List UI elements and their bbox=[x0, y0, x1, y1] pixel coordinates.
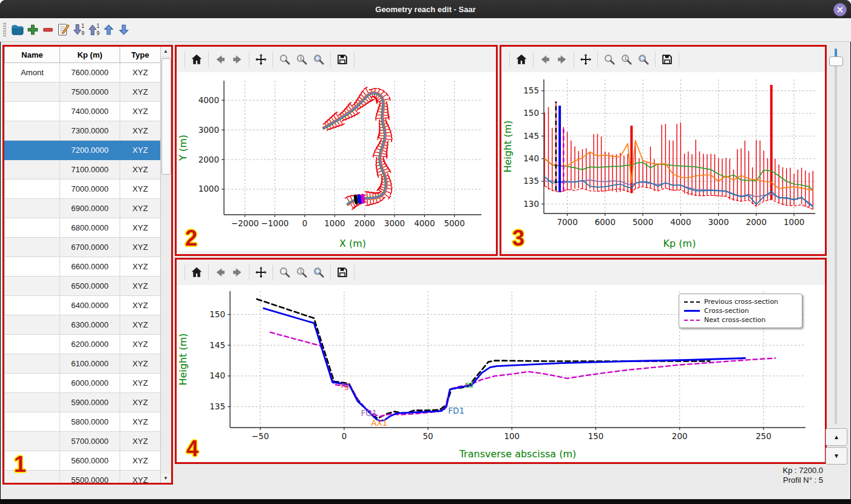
toolbar-grip[interactable] bbox=[3, 22, 6, 37]
table-row[interactable]: 5800.0000XYZ bbox=[5, 412, 161, 432]
cell-kp[interactable]: 5800.0000 bbox=[60, 412, 120, 432]
cell-kp[interactable]: 7400.0000 bbox=[60, 102, 120, 121]
toolbar-edit-row-button[interactable] bbox=[55, 21, 70, 38]
plot-save-button[interactable] bbox=[334, 263, 351, 281]
plot-zoom-rect-button[interactable] bbox=[310, 263, 327, 281]
toolbar-sort-descending-button[interactable]: 19 bbox=[70, 21, 86, 38]
cell-kp[interactable]: 5900.0000 bbox=[60, 393, 120, 412]
cell-kp[interactable]: 6100.0000 bbox=[60, 354, 120, 374]
table-row[interactable]: 5900.0000XYZ bbox=[5, 393, 161, 412]
table-row[interactable]: 6000.0000XYZ bbox=[5, 374, 161, 393]
toolbar-remove-row-button[interactable] bbox=[40, 21, 55, 38]
toolbar-sort-ascending-button[interactable]: 19 bbox=[86, 21, 101, 38]
cell-kp[interactable]: 6700.0000 bbox=[60, 238, 120, 257]
cell-type[interactable]: XYZ bbox=[120, 277, 161, 296]
cell-name[interactable] bbox=[5, 82, 60, 102]
cell-type[interactable]: XYZ bbox=[120, 471, 161, 483]
cell-name[interactable] bbox=[5, 141, 60, 160]
cell-type[interactable]: XYZ bbox=[120, 238, 161, 257]
cell-type[interactable]: XYZ bbox=[120, 63, 161, 82]
close-button[interactable] bbox=[833, 3, 847, 16]
table-row[interactable]: 5600.0000XYZ bbox=[5, 451, 161, 471]
plot-back-button[interactable] bbox=[537, 50, 554, 69]
table-scroll-up-button[interactable]: ▲ bbox=[161, 47, 171, 56]
cell-kp[interactable]: 6500.0000 bbox=[60, 277, 120, 296]
plot-home-button[interactable] bbox=[513, 50, 530, 69]
plot-home-button[interactable] bbox=[188, 50, 205, 69]
cell-kp[interactable]: 7500.0000 bbox=[60, 82, 120, 102]
cell-kp[interactable]: 6400.0000 bbox=[60, 296, 120, 315]
table-row[interactable]: 6300.0000XYZ bbox=[5, 315, 161, 335]
cell-name[interactable] bbox=[5, 451, 60, 471]
cell-kp[interactable]: 5600.0000 bbox=[60, 451, 120, 471]
table-row[interactable]: 6200.0000XYZ bbox=[5, 335, 161, 354]
table-row[interactable]: 5700.0000XYZ bbox=[5, 432, 161, 451]
plot-pan-button[interactable] bbox=[577, 50, 594, 69]
cell-type[interactable]: XYZ bbox=[120, 393, 161, 412]
cell-kp[interactable]: 5500.0000 bbox=[60, 471, 120, 483]
cell-type[interactable]: XYZ bbox=[120, 160, 161, 180]
column-header-type[interactable]: Type bbox=[120, 47, 161, 63]
cell-name[interactable] bbox=[5, 471, 60, 483]
table-row[interactable]: 6100.0000XYZ bbox=[5, 354, 161, 374]
cell-name[interactable] bbox=[5, 432, 60, 451]
column-header-name[interactable]: Name bbox=[5, 47, 60, 63]
cell-name[interactable] bbox=[5, 412, 60, 432]
cell-kp[interactable]: 7000.0000 bbox=[60, 180, 120, 199]
plot-zoom-rect-button[interactable] bbox=[310, 50, 327, 69]
profile-slider-track[interactable] bbox=[835, 49, 837, 425]
cell-name[interactable] bbox=[5, 257, 60, 277]
cell-name[interactable] bbox=[5, 374, 60, 393]
cell-type[interactable]: XYZ bbox=[120, 199, 161, 218]
cell-name[interactable] bbox=[5, 277, 60, 296]
cell-type[interactable]: XYZ bbox=[120, 218, 161, 238]
toolbar-move-up-button[interactable] bbox=[101, 21, 116, 38]
plot-pan-button[interactable] bbox=[253, 50, 270, 69]
cell-type[interactable]: XYZ bbox=[120, 335, 161, 354]
table-row[interactable]: 7100.0000XYZ bbox=[5, 160, 161, 180]
cell-kp[interactable]: 6600.0000 bbox=[60, 257, 120, 277]
table-row[interactable]: 6500.0000XYZ bbox=[5, 277, 161, 296]
cell-name[interactable] bbox=[5, 238, 60, 257]
plot-zoom-rect-button[interactable] bbox=[635, 50, 652, 69]
plot-forward-button[interactable] bbox=[229, 50, 246, 69]
table-row[interactable]: 6600.0000XYZ bbox=[5, 257, 161, 277]
plot-back-button[interactable] bbox=[212, 50, 229, 69]
cell-name[interactable] bbox=[5, 315, 60, 335]
table-row[interactable]: 6800.0000XYZ bbox=[5, 218, 161, 238]
plot-zoom-button[interactable] bbox=[276, 263, 293, 281]
cell-name[interactable] bbox=[5, 354, 60, 374]
cell-name[interactable] bbox=[5, 102, 60, 121]
cell-type[interactable]: XYZ bbox=[120, 451, 161, 471]
table-scrollbar[interactable]: ▲ ▼ bbox=[160, 47, 171, 483]
cell-name[interactable] bbox=[5, 199, 60, 218]
cell-type[interactable]: XYZ bbox=[120, 412, 161, 432]
cell-type[interactable]: XYZ bbox=[120, 121, 161, 141]
cell-type[interactable]: XYZ bbox=[120, 82, 161, 102]
cell-kp[interactable]: 6800.0000 bbox=[60, 218, 120, 238]
table-row[interactable]: 7300.0000XYZ bbox=[5, 121, 161, 141]
longitudinal-profile-canvas[interactable]: 7000600050004000300020001000130135140145… bbox=[501, 72, 825, 251]
cell-name[interactable] bbox=[5, 121, 60, 141]
plot-zoom-button[interactable] bbox=[601, 50, 618, 69]
cell-kp[interactable]: 6300.0000 bbox=[60, 315, 120, 335]
cell-name[interactable] bbox=[5, 180, 60, 199]
profile-up-button[interactable]: ▲ bbox=[826, 428, 847, 446]
cell-kp[interactable]: 7300.0000 bbox=[60, 121, 120, 141]
cell-type[interactable]: XYZ bbox=[120, 102, 161, 121]
table-row[interactable]: 6900.0000XYZ bbox=[5, 199, 161, 218]
cell-kp[interactable]: 6900.0000 bbox=[60, 199, 120, 218]
cell-name[interactable] bbox=[5, 218, 60, 238]
plot-save-button[interactable] bbox=[334, 50, 351, 69]
cell-kp[interactable]: 5700.0000 bbox=[60, 432, 120, 451]
plot-save-button[interactable] bbox=[659, 50, 676, 69]
profile-down-button[interactable]: ▼ bbox=[826, 447, 847, 465]
cell-name[interactable] bbox=[5, 296, 60, 315]
cell-type[interactable]: XYZ bbox=[120, 296, 161, 315]
cell-type[interactable]: XYZ bbox=[120, 354, 161, 374]
cell-type[interactable]: XYZ bbox=[120, 141, 161, 160]
table-row[interactable]: Amont7600.0000XYZ bbox=[5, 63, 161, 82]
table-row[interactable]: 6400.0000XYZ bbox=[5, 296, 161, 315]
cell-type[interactable]: XYZ bbox=[120, 432, 161, 451]
cell-kp[interactable]: 6200.0000 bbox=[60, 335, 120, 354]
